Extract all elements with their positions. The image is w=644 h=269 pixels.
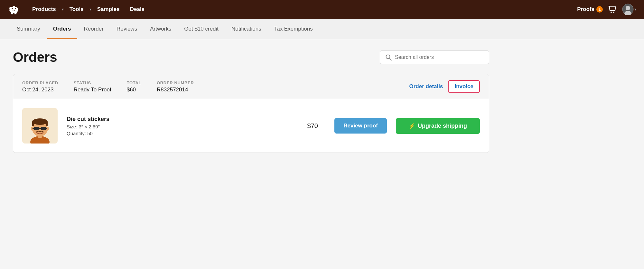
product-quantity: Quantity: 50 bbox=[67, 131, 291, 136]
product-image bbox=[22, 108, 58, 144]
order-total-value: $60 bbox=[127, 87, 141, 93]
main-content: Orders ORDER PLACED Oct 24, 2023 STATUS … bbox=[0, 39, 502, 163]
svg-point-2 bbox=[15, 8, 16, 9]
invoice-button[interactable]: Invoice bbox=[448, 80, 480, 93]
order-placed-label: ORDER PLACED bbox=[22, 80, 58, 85]
order-total-label: TOTAL bbox=[127, 80, 141, 85]
upgrade-shipping-button[interactable]: ⚡ Upgrade shipping bbox=[396, 118, 480, 134]
search-input[interactable] bbox=[395, 54, 484, 60]
nav-samples[interactable]: Samples bbox=[93, 4, 124, 15]
svg-point-1 bbox=[12, 8, 13, 9]
search-box bbox=[380, 51, 489, 64]
tab-reorder[interactable]: Reorder bbox=[77, 19, 110, 39]
svg-line-9 bbox=[390, 59, 392, 60]
order-header: ORDER PLACED Oct 24, 2023 STATUS Ready T… bbox=[13, 74, 489, 99]
nav-deals[interactable]: Deals bbox=[126, 4, 149, 15]
upgrade-shipping-label: Upgrade shipping bbox=[418, 123, 467, 129]
svg-rect-15 bbox=[46, 122, 48, 126]
order-details-link[interactable]: Order details bbox=[409, 83, 443, 90]
svg-point-13 bbox=[32, 118, 48, 125]
order-header-actions: Order details Invoice bbox=[409, 80, 480, 93]
tab-reviews[interactable]: Reviews bbox=[110, 19, 144, 39]
order-number-label: ORDER NUMBER bbox=[157, 80, 194, 85]
logo[interactable] bbox=[8, 3, 20, 15]
proofs-button[interactable]: Proofs 1 bbox=[577, 6, 603, 13]
order-number-field: ORDER NUMBER R832572014 bbox=[157, 80, 194, 93]
page-header: Orders bbox=[13, 50, 489, 65]
product-name: Die cut stickers bbox=[67, 116, 291, 123]
top-nav: Products ▾ Tools ▾ Samples Deals Proofs … bbox=[0, 0, 644, 19]
review-proof-button[interactable]: Review proof bbox=[334, 118, 387, 134]
order-number-value: R832572014 bbox=[157, 87, 194, 93]
lightning-icon: ⚡ bbox=[409, 123, 415, 129]
svg-rect-14 bbox=[32, 122, 34, 126]
search-icon bbox=[385, 54, 392, 60]
nav-links: Products ▾ Tools ▾ Samples Deals bbox=[28, 4, 577, 15]
svg-point-8 bbox=[386, 55, 390, 59]
svg-rect-18 bbox=[34, 127, 39, 130]
order-status-label: STATUS bbox=[74, 80, 111, 85]
svg-point-6 bbox=[626, 6, 630, 10]
product-size: Size: 3″ × 2.69″ bbox=[67, 124, 291, 129]
page-title: Orders bbox=[13, 50, 57, 65]
svg-point-3 bbox=[611, 12, 612, 13]
order-status-value: Ready To Proof bbox=[74, 87, 111, 93]
order-status-field: STATUS Ready To Proof bbox=[74, 80, 111, 93]
user-avatar[interactable]: ▾ bbox=[622, 4, 636, 15]
tab-credit[interactable]: Get $10 credit bbox=[178, 19, 225, 39]
tab-tax-exemptions[interactable]: Tax Exemptions bbox=[268, 19, 319, 39]
tab-summary[interactable]: Summary bbox=[10, 19, 47, 39]
nav-right: Proofs 1 ▾ bbox=[577, 4, 636, 15]
svg-point-4 bbox=[613, 12, 614, 13]
proofs-badge: 1 bbox=[596, 6, 603, 13]
proofs-label: Proofs bbox=[577, 6, 594, 13]
sub-nav: Summary Orders Reorder Reviews Artworks … bbox=[0, 19, 644, 39]
order-item: Die cut stickers Size: 3″ × 2.69″ Quanti… bbox=[13, 99, 489, 153]
tab-orders[interactable]: Orders bbox=[47, 19, 78, 39]
product-info: Die cut stickers Size: 3″ × 2.69″ Quanti… bbox=[67, 116, 291, 136]
tab-artworks[interactable]: Artworks bbox=[144, 19, 178, 39]
svg-rect-19 bbox=[41, 127, 46, 130]
order-total-field: TOTAL $60 bbox=[127, 80, 141, 93]
cart-icon[interactable] bbox=[608, 5, 617, 14]
order-placed-value: Oct 24, 2023 bbox=[22, 87, 58, 93]
order-card: ORDER PLACED Oct 24, 2023 STATUS Ready T… bbox=[13, 74, 489, 153]
product-price: $70 bbox=[300, 122, 325, 130]
nav-tools[interactable]: Tools bbox=[65, 4, 88, 15]
order-placed-field: ORDER PLACED Oct 24, 2023 bbox=[22, 80, 58, 93]
tab-notifications[interactable]: Notifications bbox=[225, 19, 268, 39]
nav-products[interactable]: Products bbox=[28, 4, 61, 15]
